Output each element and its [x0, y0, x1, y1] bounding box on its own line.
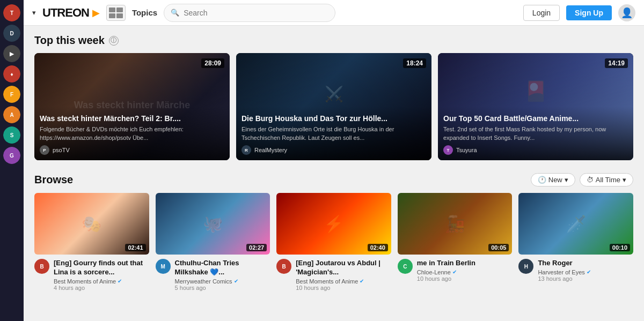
browse-duration-2: 02:27 — [246, 244, 267, 251]
browse-thumb-5: 🗡️ 00:10 — [518, 193, 633, 255]
sidebar: T D ▶ ♦ F A S G — [0, 0, 24, 321]
browse-card-title-4: me in Train Berlin — [417, 259, 475, 268]
featured-grid: Was steckt hinter Märche 28:09 Was steck… — [34, 53, 633, 160]
browse-card-1[interactable]: 🎭 02:41 B [Eng] Gourry finds out that Li… — [34, 193, 149, 291]
avatar-s2: D — [3, 25, 20, 42]
card-info-3: Our Top 50 Card Battle/Game Anime... Tes… — [443, 114, 628, 155]
channel-name-1: psoTV — [53, 147, 70, 153]
verified-badge-1: ✔ — [118, 278, 122, 284]
info-icon[interactable]: ⓘ — [109, 36, 119, 46]
card-info-2: Die Burg Houska und Das Tor zur Hölle...… — [241, 114, 426, 155]
browse-header: Browse 🕐 New ▾ ⏱ All Time ▾ — [34, 173, 633, 186]
channel-avatar-1: P — [40, 145, 49, 155]
chevron-down-icon-new: ▾ — [565, 176, 568, 184]
user-avatar[interactable]: 👤 — [618, 4, 635, 21]
grid-cell — [109, 13, 115, 18]
grid-cell — [116, 13, 123, 18]
top-section-header: Top this week ⓘ — [34, 34, 633, 47]
browse-card-channel-2: Merryweather Comics ✔ — [175, 278, 270, 285]
browse-thumb-3: ⚡ 02:40 — [276, 193, 391, 255]
verified-badge-3: ✔ — [360, 278, 364, 284]
browse-card-channel-5: Harvester of Eyes ✔ — [538, 269, 590, 275]
channel-avatar-3: T — [443, 145, 453, 155]
sidebar-item-s5[interactable]: F — [3, 86, 20, 103]
browse-duration-5: 00:10 — [610, 244, 630, 251]
logo[interactable]: UTREON ▶ — [42, 6, 100, 20]
avatar-s7: S — [3, 126, 20, 144]
login-button[interactable]: Login — [523, 5, 560, 21]
browse-card-2[interactable]: 🐙 02:27 M Cthulhu-Chan Tries Milkshake 💙… — [156, 193, 270, 291]
signup-button[interactable]: Sign Up — [566, 5, 612, 20]
card-duration-2: 18:24 — [403, 58, 426, 68]
browse-thumb-1: 🎭 02:41 — [34, 193, 149, 255]
time-icon: ⏱ — [587, 176, 594, 184]
card-desc-1: Folgende Bücher & DVDs möchte ich Euch e… — [40, 125, 224, 142]
browse-card-bottom-2: M Cthulhu-Chan Tries Milkshake 💙... Merr… — [156, 259, 270, 291]
browse-card-title-5: The Roger — [538, 259, 590, 268]
channel-name-bc5: Harvester of Eyes — [538, 269, 584, 275]
browse-card-text-5: The Roger Harvester of Eyes ✔ 13 hours a… — [538, 259, 590, 282]
featured-card-3[interactable]: 🎴 14:19 Our Top 50 Card Battle/Game Anim… — [438, 53, 633, 160]
channel-avatar-2: R — [241, 145, 251, 155]
content-area: Top this week ⓘ Was steckt hinter Märche… — [24, 26, 644, 321]
card-channel-3: T Tsuyura — [443, 145, 628, 155]
browse-duration-4: 00:05 — [488, 244, 509, 251]
browse-channel-avatar-3: B — [276, 259, 291, 274]
card-duration-1: 28:09 — [201, 58, 224, 68]
browse-card-time-5: 13 hours ago — [538, 275, 590, 282]
browse-card-title-1: [Eng] Gourry finds out that Lina is a so… — [54, 259, 149, 277]
browse-card-channel-4: Chloe-Lenne ✔ — [417, 269, 475, 275]
browse-card-bottom-5: H The Roger Harvester of Eyes ✔ 13 hours… — [518, 259, 633, 282]
verified-badge-5: ✔ — [587, 269, 591, 275]
sidebar-item-s8[interactable]: G — [3, 147, 20, 164]
filter-new-label: New — [548, 176, 562, 184]
browse-card-time-4: 10 hours ago — [417, 275, 475, 282]
sidebar-item-s1[interactable]: T — [3, 4, 20, 21]
avatar-s3: ▶ — [3, 45, 20, 62]
card-duration-3: 14:19 — [605, 58, 628, 68]
sidebar-item-s7[interactable]: S — [3, 126, 20, 144]
browse-thumb-4: 🚂 00:05 — [398, 193, 513, 255]
card-title-1: Was steckt hinter Märchen? Teil 2: Br...… — [40, 114, 224, 123]
search-bar[interactable]: 🔍 — [164, 4, 335, 22]
filter-time-label: All Time — [596, 176, 620, 184]
browse-duration-3: 02:40 — [368, 244, 388, 251]
featured-card-1[interactable]: Was steckt hinter Märche 28:09 Was steck… — [34, 53, 230, 160]
browse-card-channel-3: Best Moments of Anime ✔ — [296, 278, 391, 285]
card-desc-2: Eines der Geheimnisvollen Orte ist die B… — [241, 125, 426, 142]
grid-cell — [116, 8, 123, 12]
browse-card-text-2: Cthulhu-Chan Tries Milkshake 💙... Merryw… — [175, 259, 270, 291]
avatar-s8: G — [3, 147, 20, 164]
search-input[interactable] — [184, 9, 328, 17]
filter-time-button[interactable]: ⏱ All Time ▾ — [580, 173, 633, 186]
verified-badge-2: ✔ — [234, 278, 238, 284]
sidebar-item-s3[interactable]: ▶ — [3, 45, 20, 62]
browse-card-3[interactable]: ⚡ 02:40 B [Eng] Joutarou vs Abdul | 'Mag… — [276, 193, 391, 291]
browse-card-time-2: 5 hours ago — [175, 285, 270, 291]
filter-new-button[interactable]: 🕐 New ▾ — [531, 173, 575, 186]
browse-filters: 🕐 New ▾ ⏱ All Time ▾ — [531, 173, 633, 186]
browse-duration-1: 02:41 — [125, 244, 145, 251]
sidebar-item-s2[interactable]: D — [3, 25, 20, 42]
browse-card-time-1: 4 hours ago — [54, 285, 149, 291]
card-channel-1: P psoTV — [40, 145, 224, 155]
browse-card-5[interactable]: 🗡️ 00:10 H The Roger Harvester of Eyes ✔… — [518, 193, 633, 291]
browse-card-title-3: [Eng] Joutarou vs Abdul | 'Magician's... — [296, 259, 391, 277]
topics-label: Topics — [132, 8, 157, 17]
browse-card-title-2: Cthulhu-Chan Tries Milkshake 💙... — [175, 259, 270, 277]
browse-channel-avatar-4: C — [398, 259, 413, 274]
search-icon: 🔍 — [171, 9, 179, 17]
browse-card-text-3: [Eng] Joutarou vs Abdul | 'Magician's...… — [296, 259, 391, 291]
channel-name-2: RealMystery — [254, 147, 287, 153]
channel-name-bc1: Best Moments of Anime — [54, 278, 116, 285]
sidebar-item-s6[interactable]: A — [3, 106, 20, 123]
card-channel-2: R RealMystery — [241, 145, 426, 155]
channel-name-bc4: Chloe-Lenne — [417, 269, 451, 275]
nav-dropdown[interactable]: ▾ — [32, 9, 36, 17]
browse-card-4[interactable]: 🚂 00:05 C me in Train Berlin Chloe-Lenne… — [398, 193, 513, 291]
featured-card-2[interactable]: ⚔️ 18:24 Die Burg Houska und Das Tor zur… — [236, 53, 431, 160]
avatar-s1: T — [3, 4, 20, 21]
browse-thumb-2: 🐙 02:27 — [156, 193, 270, 255]
user-icon: 👤 — [621, 7, 633, 19]
sidebar-item-s4[interactable]: ♦ — [3, 65, 20, 83]
